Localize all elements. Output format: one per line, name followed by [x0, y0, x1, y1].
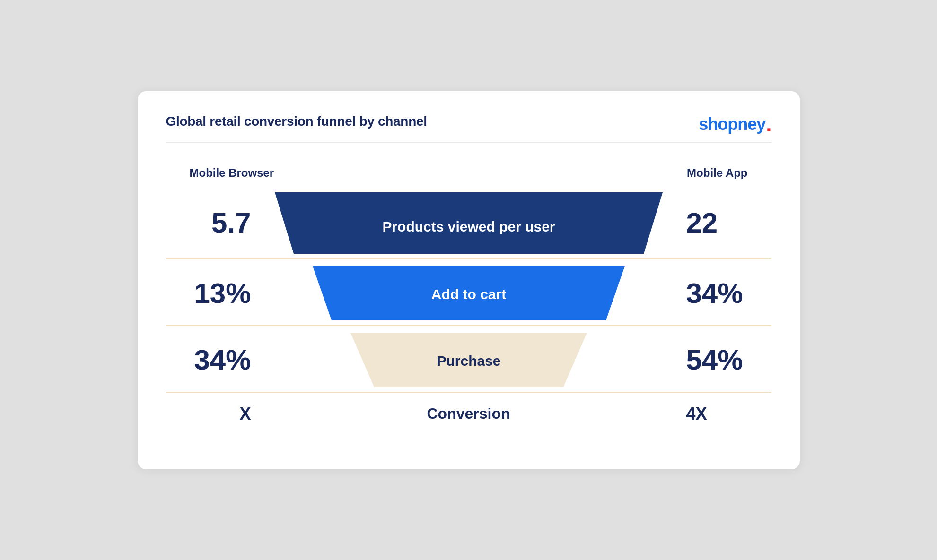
conversion-row: X Conversion 4X — [166, 404, 771, 424]
add-to-cart-left-value: 13% — [166, 277, 261, 310]
conversion-label: Conversion — [261, 405, 677, 422]
tier-row-products-viewed: 5.7 Products viewed per user 22 — [166, 187, 771, 259]
products-viewed-left-value: 5.7 — [166, 207, 261, 239]
products-viewed-label: Products viewed per user — [382, 218, 555, 234]
products-viewed-shape: Products viewed per user — [261, 192, 677, 254]
add-to-cart-right-value: 34% — [677, 277, 771, 310]
purchase-shape-wrapper: Purchase — [261, 327, 677, 393]
purchase-label: Purchase — [437, 353, 500, 368]
conversion-right-value: 4X — [677, 404, 771, 424]
add-to-cart-label: Add to cart — [431, 286, 506, 302]
logo-dot: . — [766, 114, 771, 135]
tier-row-add-to-cart: 13% Add to cart 34% — [166, 260, 771, 326]
page-title: Global retail conversion funnel by chann… — [166, 114, 427, 129]
purchase-left-value: 34% — [166, 344, 261, 376]
products-viewed-shape-wrapper: Products viewed per user — [261, 187, 677, 259]
products-viewed-right-value: 22 — [677, 207, 771, 239]
logo-text: shopney — [699, 114, 765, 134]
purchase-right-value: 54% — [677, 344, 771, 376]
main-card: Global retail conversion funnel by chann… — [138, 91, 800, 469]
add-to-cart-shape: Add to cart — [294, 266, 644, 320]
header: Global retail conversion funnel by chann… — [166, 114, 771, 135]
channel-label-left: Mobile Browser — [190, 166, 274, 180]
channel-label-right: Mobile App — [687, 166, 747, 180]
conversion-left-value: X — [166, 404, 261, 424]
header-divider — [166, 142, 771, 143]
purchase-shape: Purchase — [327, 333, 611, 387]
channel-labels-row: Mobile Browser Mobile App — [166, 166, 771, 180]
logo: shopney. — [699, 114, 771, 135]
funnel-content: Mobile Browser Mobile App 5.7 Products v… — [166, 166, 771, 424]
add-to-cart-shape-wrapper: Add to cart — [261, 260, 677, 326]
tier-row-purchase: 34% Purchase 54% — [166, 327, 771, 393]
